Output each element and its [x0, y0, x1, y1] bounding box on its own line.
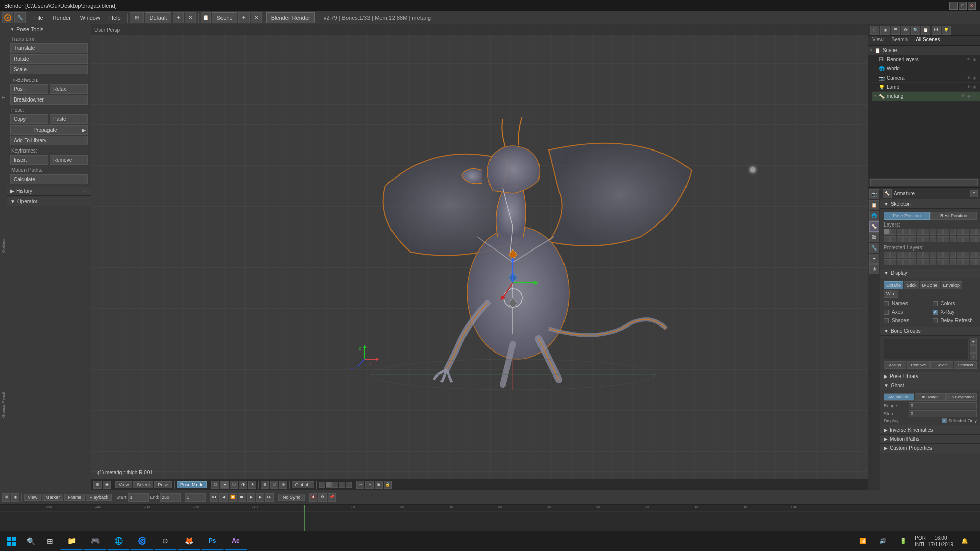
player-23[interactable] [923, 259, 929, 265]
rest-position-btn[interactable]: Rest Position [930, 212, 977, 220]
outliner-world[interactable]: 🌐 World [872, 64, 980, 73]
outliner-tab-allscenes[interactable]: All Scenes [912, 36, 944, 45]
player-3[interactable] [897, 252, 903, 258]
outliner-icon2[interactable]: ◉ [880, 26, 890, 35]
player-7[interactable] [923, 252, 929, 258]
viewport-render-icon[interactable]: ◉ [103, 481, 111, 489]
layer-11[interactable] [950, 229, 956, 235]
player-5[interactable] [910, 252, 916, 258]
play-btn[interactable]: ▶ [247, 493, 255, 502]
outliner-renderlayers[interactable]: 🎞 RenderLayers 👁 ◉ [872, 55, 980, 64]
vb-view-btn[interactable]: View [115, 481, 132, 488]
scale-button[interactable]: Scale [10, 65, 88, 74]
layer-20[interactable] [903, 236, 910, 242]
layer-7[interactable] [923, 229, 929, 235]
layer-5[interactable] [910, 229, 916, 235]
layer-13[interactable] [963, 229, 969, 235]
tl-playback-btn[interactable]: Playback [86, 494, 112, 501]
modifier-props-icon[interactable]: 🔧 [869, 243, 879, 253]
vb-select-btn[interactable]: Select [133, 481, 153, 488]
layer-25[interactable] [937, 236, 943, 242]
add-scene-icon[interactable]: + [238, 12, 250, 23]
ik-section-header[interactable]: ▶ Inverse Kinematics [880, 425, 980, 435]
current-frame-input[interactable] [185, 493, 206, 502]
menu-file[interactable]: File [30, 12, 47, 23]
texture-icon[interactable]: ⬡ [230, 481, 238, 489]
chrome-app[interactable]: ⊙ [154, 532, 177, 550]
outliner-lamp[interactable]: 💡 Lamp 👁 ◉ [872, 83, 980, 92]
scene-icon[interactable]: 📋 [201, 12, 211, 23]
history-header[interactable]: ▶ History ··· [7, 187, 91, 196]
layer-12[interactable] [957, 229, 963, 235]
outliner-icon7[interactable]: 🎞 [932, 26, 941, 35]
layer-19[interactable] [897, 236, 903, 242]
player-31[interactable] [976, 259, 980, 265]
layer-28[interactable] [957, 236, 963, 242]
maximize-button[interactable]: □ [959, 2, 967, 10]
layer-10[interactable] [943, 229, 949, 235]
rnd-icon[interactable]: ◉ [973, 57, 979, 62]
volume-icon[interactable]: 🔊 [874, 532, 892, 550]
aftereffects-app[interactable]: Ae [225, 532, 247, 550]
outliner-icon5[interactable]: 🔍 [911, 26, 920, 35]
layer-btn-3[interactable] [332, 482, 338, 488]
translate-button[interactable]: Translate [10, 43, 88, 53]
battery-icon[interactable]: 🔋 [894, 532, 913, 550]
lamp-vis-icon[interactable]: 👁 [967, 85, 973, 89]
tools-icon[interactable]: 🔧 [14, 12, 26, 23]
player-14[interactable] [970, 252, 976, 258]
layer-btn-4[interactable] [339, 482, 345, 488]
vb-pose-btn[interactable]: Pose [154, 481, 172, 488]
screen-icon[interactable]: ✕ [185, 12, 196, 23]
player-26[interactable] [943, 259, 949, 265]
tl-mode-icon[interactable]: ⊞ [2, 493, 10, 502]
close-button[interactable]: ✕ [968, 2, 976, 10]
layer-3[interactable] [897, 229, 903, 235]
goto-end-btn[interactable]: ⏭ [265, 493, 274, 502]
layer-8[interactable] [930, 229, 936, 235]
pose-library-header[interactable]: ▶ Pose Library [880, 372, 980, 381]
photoshop-app[interactable]: Ps [201, 532, 224, 550]
keying-set-btn[interactable]: 📌 [328, 493, 336, 502]
display-envelop-btn[interactable]: Envelop [941, 281, 963, 289]
tl-frame-btn[interactable]: Frame [64, 494, 85, 501]
world-props-icon[interactable]: 🌐 [869, 211, 879, 221]
material-icon[interactable]: ◑ [239, 481, 247, 489]
outliner-scene[interactable]: ▼ 📋 Scene [868, 46, 980, 55]
bone-groups-list[interactable] [884, 339, 969, 359]
task-view-button[interactable]: ⊞ [41, 532, 59, 550]
rotate-button[interactable]: Rotate [10, 54, 88, 64]
rendered-icon[interactable]: ★ [248, 481, 256, 489]
calculate-button[interactable]: Calculate [10, 174, 88, 184]
vb-mode-selector[interactable]: Pose Mode [177, 481, 207, 488]
tl-marker-btn[interactable]: Marker [42, 494, 63, 501]
push-button[interactable]: Push [10, 84, 48, 94]
steam-app[interactable]: 🎮 [84, 532, 106, 550]
transform-orientation[interactable]: Global [292, 481, 314, 488]
player-6[interactable] [917, 252, 923, 258]
bone-groups-header[interactable]: ▼ Bone Groups [880, 327, 980, 336]
layer-31[interactable] [976, 236, 980, 242]
xray-checkbox[interactable] [933, 310, 938, 315]
bg-deselect-btn[interactable]: Deselect [954, 361, 977, 369]
player-1[interactable] [884, 252, 890, 258]
lamp-rnd-icon[interactable]: ◉ [973, 85, 979, 89]
add-layout-icon[interactable]: + [173, 12, 184, 23]
armature-mode-btn[interactable]: F [970, 190, 978, 197]
player-22[interactable] [917, 259, 923, 265]
start-button[interactable] [2, 532, 20, 550]
layer-21[interactable] [910, 236, 916, 242]
layer-29[interactable] [963, 236, 969, 242]
ghost-section-header[interactable]: ▼ Ghost [880, 381, 980, 390]
sync-selector[interactable]: No Sync [278, 494, 305, 501]
snap-target-icon[interactable]: ⌖ [365, 481, 374, 489]
player-30[interactable] [970, 259, 976, 265]
snap-icon[interactable]: ⦾ [270, 481, 278, 489]
outliner-tab-search[interactable]: Search [888, 36, 912, 45]
player-19[interactable] [897, 259, 903, 265]
player-21[interactable] [910, 259, 916, 265]
ghost-inrange-btn[interactable]: In Range [915, 393, 945, 401]
scene-selector[interactable]: Scene [212, 12, 237, 23]
object-props-icon[interactable]: 🦴 [869, 221, 879, 232]
audio-mute-btn[interactable]: 🔇 [309, 493, 317, 502]
